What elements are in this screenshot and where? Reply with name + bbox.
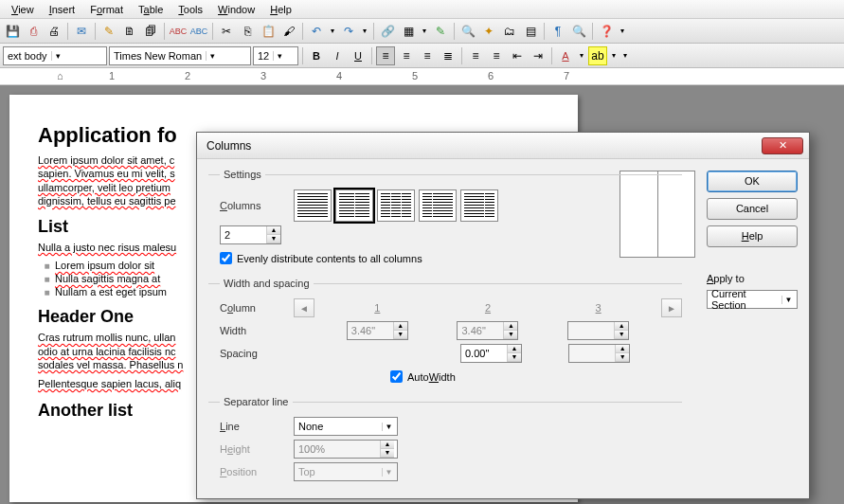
format-paintbrush-icon[interactable]: 🖌	[279, 22, 298, 41]
width-3-spinner[interactable]: ▲▼	[567, 321, 629, 340]
menu-tools[interactable]: Tools	[171, 2, 210, 17]
font-size-value: 12	[258, 50, 269, 62]
width-spacing-legend: Width and spacing	[220, 278, 314, 289]
next-column-button[interactable]: ►	[661, 298, 682, 317]
paragraph-style-combo[interactable]: ext body ▾	[3, 46, 107, 65]
cancel-button[interactable]: Cancel	[707, 198, 798, 220]
spacing-1-spinner[interactable]: ▲▼	[460, 344, 522, 363]
font-color-dropdown-icon[interactable]: ▾	[577, 46, 586, 65]
preset-1col[interactable]	[294, 189, 332, 222]
menu-insert[interactable]: Insert	[42, 2, 83, 17]
highlight-dropdown-icon[interactable]: ▾	[609, 46, 619, 65]
formatting-toolbar: ext body ▾ Times New Roman ▾ 12 ▾ B I U …	[0, 44, 844, 68]
page-preview-icon[interactable]: 🗐	[141, 22, 160, 41]
chevron-down-icon: ▾	[51, 51, 64, 61]
menu-help[interactable]: Help	[262, 2, 299, 17]
ok-button[interactable]: OK	[707, 171, 798, 192]
prev-column-button[interactable]: ◄	[294, 298, 314, 317]
redo-dropdown-icon[interactable]: ▾	[360, 22, 369, 41]
font-name-combo[interactable]: Times New Roman ▾	[109, 46, 251, 65]
export-pdf-icon[interactable]: ⎙	[24, 22, 43, 41]
position-value: Top	[298, 466, 382, 477]
zoom-icon[interactable]: 🔍	[569, 22, 588, 41]
preset-left-narrow[interactable]	[419, 189, 457, 222]
horizontal-ruler[interactable]: ⌂ 1 2 3 4 5 6 7	[0, 68, 844, 85]
mail-icon[interactable]: ✉	[72, 22, 91, 41]
spin-up-icon[interactable]: ▲	[267, 226, 280, 235]
width-2-spinner[interactable]: ▲▼	[457, 321, 518, 340]
autowidth-checkbox[interactable]	[390, 370, 403, 383]
preset-right-narrow[interactable]	[460, 189, 498, 222]
find-icon[interactable]: 🔍	[458, 22, 477, 41]
separator	[371, 47, 372, 64]
column-presets	[294, 189, 498, 222]
font-color-button[interactable]: A	[556, 46, 575, 65]
position-dropdown: Top ▼	[294, 462, 398, 481]
line-style-value: None	[298, 421, 382, 432]
gallery-icon[interactable]: 🗂	[500, 22, 519, 41]
edit-icon[interactable]: ✎	[99, 22, 118, 41]
close-button[interactable]: ✕	[762, 137, 803, 154]
help-icon[interactable]: ❓	[597, 22, 616, 41]
dialog-titlebar[interactable]: Columns ✕	[197, 133, 809, 159]
line-label: Line	[220, 421, 286, 432]
spacing-2-spinner[interactable]: ▲▼	[568, 344, 630, 363]
separator	[544, 23, 545, 40]
menu-view[interactable]: View	[4, 2, 42, 17]
show-draw-icon[interactable]: ✎	[431, 22, 450, 41]
bold-button[interactable]: B	[307, 46, 326, 65]
chevron-down-icon: ▼	[781, 296, 795, 304]
italic-button[interactable]: I	[328, 46, 347, 65]
align-left-button[interactable]: ≡	[376, 46, 395, 65]
line-style-dropdown[interactable]: None ▼	[294, 417, 398, 436]
spin-down-icon[interactable]: ▼	[267, 235, 280, 243]
preset-3col[interactable]	[377, 189, 415, 222]
columns-count-spinner[interactable]: ▲▼	[220, 225, 281, 244]
table-icon[interactable]: ▦	[399, 22, 418, 41]
cut-icon[interactable]: ✂	[217, 22, 236, 41]
toolbar-dropdown-icon[interactable]: ▾	[620, 46, 630, 65]
numbered-list-button[interactable]: ≡	[466, 46, 485, 65]
width-1-spinner[interactable]: ▲▼	[347, 321, 408, 340]
align-right-button[interactable]: ≡	[418, 46, 437, 65]
navigator-icon[interactable]: ✦	[479, 22, 498, 41]
hyperlink-icon[interactable]: 🔗	[378, 22, 397, 41]
ruler-mark: 1	[109, 70, 115, 81]
menu-table[interactable]: Table	[131, 2, 171, 17]
menu-format[interactable]: Format	[82, 2, 131, 17]
print-icon[interactable]: 🖨	[45, 22, 63, 41]
underline-button[interactable]: U	[349, 46, 368, 65]
columns-dialog: Columns ✕ OK Cancel Help Apply to Curren…	[196, 132, 810, 499]
separator	[551, 47, 552, 64]
increase-indent-button[interactable]: ⇥	[529, 46, 548, 65]
autospell-icon[interactable]: ABC	[189, 22, 208, 41]
font-size-combo[interactable]: 12 ▾	[253, 46, 298, 65]
standard-toolbar: 💾 ⎙ 🖨 ✉ ✎ 🗎 🗐 ABC ABC ✂ ⎘ 📋 🖌 ↶ ▾ ↷ ▾ 🔗 …	[0, 19, 844, 44]
evenly-distribute-checkbox[interactable]	[220, 252, 232, 264]
preset-2col[interactable]	[335, 189, 373, 222]
nonprinting-icon[interactable]: ¶	[548, 22, 567, 41]
highlight-button[interactable]: ab	[588, 46, 607, 65]
copy-icon[interactable]: ⎘	[238, 22, 257, 41]
align-justify-button[interactable]: ≣	[439, 46, 458, 65]
print-preview-icon[interactable]: 🗎	[120, 22, 139, 41]
spellcheck-icon[interactable]: ABC	[169, 22, 188, 41]
decrease-indent-button[interactable]: ⇤	[508, 46, 527, 65]
col-header-1: 1	[343, 302, 411, 314]
redo-icon[interactable]: ↷	[339, 22, 358, 41]
undo-icon[interactable]: ↶	[307, 22, 326, 41]
save-icon[interactable]: 💾	[3, 22, 22, 41]
settings-legend: Settings	[220, 169, 265, 180]
toolbar-dropdown-icon[interactable]: ▾	[618, 22, 627, 41]
apply-to-dropdown[interactable]: Current Section ▼	[707, 290, 798, 309]
align-center-button[interactable]: ≡	[397, 46, 416, 65]
bullet-list-button[interactable]: ≡	[487, 46, 506, 65]
columns-count-input[interactable]	[221, 226, 266, 243]
help-button[interactable]: Help	[707, 225, 798, 247]
table-dropdown-icon[interactable]: ▾	[420, 22, 429, 41]
paste-icon[interactable]: 📋	[259, 22, 278, 41]
undo-dropdown-icon[interactable]: ▾	[328, 22, 337, 41]
settings-group: Settings Columns ▲▼	[208, 169, 682, 268]
data-sources-icon[interactable]: ▤	[521, 22, 540, 41]
menu-window[interactable]: Window	[210, 2, 262, 17]
